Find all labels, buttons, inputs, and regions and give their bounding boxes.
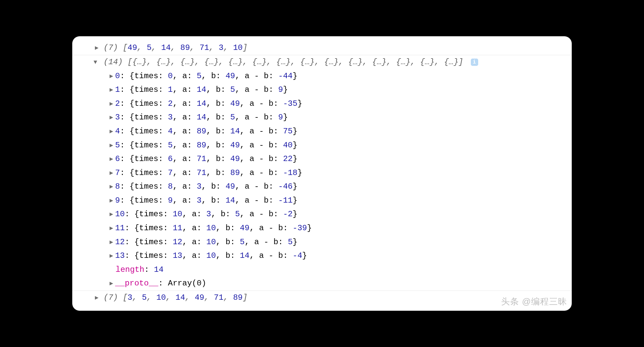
array-item-row[interactable]: ▶11: {times: 11, a: 10, b: 49, a - b: -3…: [72, 221, 572, 235]
array-item: 14: [175, 293, 185, 302]
array-values: 3, 5, 10, 14, 49, 71, 89: [128, 293, 243, 302]
expand-arrow-icon[interactable]: ▶: [110, 155, 113, 163]
array-item: 71: [199, 43, 209, 52]
array-item-row[interactable]: ▶2: {times: 2, a: 14, b: 49, a - b: -35}: [72, 97, 572, 111]
expand-arrow-icon[interactable]: ▶: [110, 169, 113, 177]
array-item: 10: [156, 293, 166, 302]
expand-arrow-icon[interactable]: ▶: [110, 86, 113, 94]
array-item: 5: [142, 293, 147, 302]
array-length-row[interactable]: length: 14: [72, 263, 572, 277]
expand-arrow-icon[interactable]: ▶: [110, 197, 113, 205]
expand-arrow-icon[interactable]: ▶: [110, 238, 113, 247]
array-item: 3: [128, 293, 132, 302]
array-item-row[interactable]: ▶6: {times: 6, a: 71, b: 49, a - b: 22}: [72, 152, 572, 166]
array-item-row[interactable]: ▶7: {times: 7, a: 71, b: 89, a - b: -18}: [72, 166, 572, 180]
array-item-row[interactable]: ▶1: {times: 1, a: 14, b: 5, a - b: 9}: [72, 83, 572, 97]
console-panel: ▶ (7) [49, 5, 14, 89, 71, 3, 10] ▼ (14) …: [72, 36, 572, 310]
expand-arrow-icon[interactable]: ▶: [110, 224, 113, 233]
expand-arrow-icon[interactable]: ▶: [95, 44, 99, 52]
array-item: 71: [214, 293, 223, 302]
array-item-row[interactable]: ▶12: {times: 12, a: 10, b: 5, a - b: 5}: [72, 235, 572, 249]
expand-arrow-icon[interactable]: ▶: [110, 183, 113, 191]
expand-arrow-icon[interactable]: ▶: [110, 141, 113, 150]
array-item-row[interactable]: ▶10: {times: 10, a: 3, b: 5, a - b: -2}: [72, 207, 572, 221]
info-icon[interactable]: i: [471, 59, 478, 66]
array-summary-len: (14): [104, 58, 123, 67]
array-item-row[interactable]: ▶13: {times: 13, a: 10, b: 14, a - b: -4…: [72, 249, 572, 263]
expand-arrow-icon[interactable]: ▶: [110, 72, 113, 81]
array-item: 89: [180, 43, 190, 52]
array-item: 89: [233, 293, 243, 302]
expand-arrow-icon[interactable]: ▶: [110, 100, 113, 108]
array-item-row[interactable]: ▶4: {times: 4, a: 89, b: 14, a - b: 75}: [72, 124, 572, 138]
log-entry-array-2-header[interactable]: ▼ (14) [{…}, {…}, {…}, {…}, {…}, {…}, {……: [72, 55, 572, 69]
array-item: 49: [195, 293, 204, 302]
array-summary-len: (7): [104, 43, 118, 52]
expand-arrow-icon[interactable]: ▶: [110, 252, 113, 260]
array-item: 14: [161, 43, 171, 52]
log-entry-array-1[interactable]: ▶ (7) [49, 5, 14, 89, 71, 3, 10]: [72, 41, 572, 55]
array-expanded-items: ▶0: {times: 0, a: 5, b: 49, a - b: -44}▶…: [72, 69, 572, 263]
array-item: 5: [147, 43, 152, 52]
array-item: 10: [233, 43, 243, 52]
expand-arrow-icon[interactable]: ▶: [110, 113, 113, 122]
array-values: 49, 5, 14, 89, 71, 3, 10: [128, 43, 243, 52]
expand-arrow-icon[interactable]: ▶: [110, 210, 113, 219]
collapse-arrow-icon[interactable]: ▼: [94, 58, 97, 67]
expand-arrow-icon[interactable]: ▶: [110, 279, 113, 288]
array-item-row[interactable]: ▶8: {times: 8, a: 3, b: 49, a - b: -46}: [72, 180, 572, 194]
array-item: 3: [219, 43, 223, 52]
expand-arrow-icon[interactable]: ▶: [95, 294, 99, 302]
log-entry-array-3[interactable]: ▶ (7) [3, 5, 10, 14, 49, 71, 89]: [72, 291, 572, 305]
array-proto-row[interactable]: ▶__proto__: Array(0): [72, 276, 572, 291]
array-summary-len: (7): [104, 293, 118, 302]
watermark-text: 头条 @编程三昧: [501, 296, 567, 307]
array-placeholders: {…}, {…}, {…}, {…}, {…}, {…}, {…}, {…}, …: [132, 58, 458, 67]
expand-arrow-icon[interactable]: ▶: [110, 127, 113, 136]
array-item-row[interactable]: ▶5: {times: 5, a: 89, b: 49, a - b: 40}: [72, 138, 572, 152]
array-item-row[interactable]: ▶3: {times: 3, a: 14, b: 5, a - b: 9}: [72, 110, 572, 124]
array-item-row[interactable]: ▶9: {times: 9, a: 3, b: 14, a - b: -11}: [72, 194, 572, 208]
array-item: 49: [128, 43, 137, 52]
array-item-row[interactable]: ▶0: {times: 0, a: 5, b: 49, a - b: -44}: [72, 69, 572, 83]
